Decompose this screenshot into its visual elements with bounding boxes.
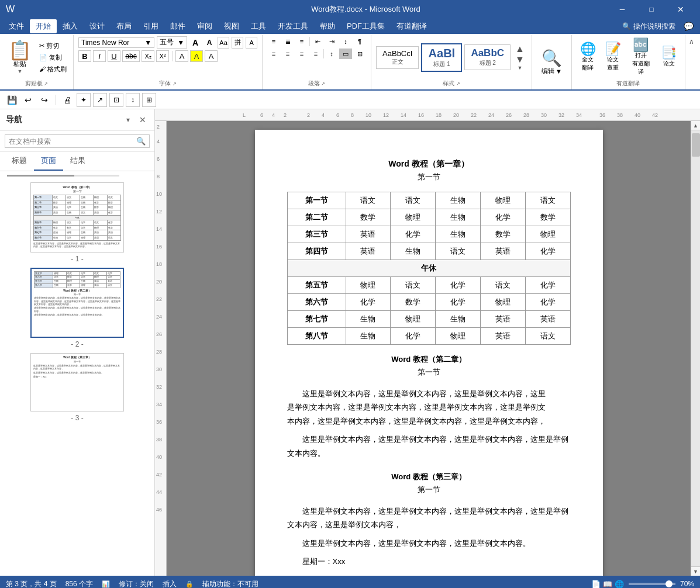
maximize-button[interactable]: □ (638, 0, 665, 19)
menu-youdao[interactable]: 有道翻译 (391, 19, 433, 33)
paper-button[interactable]: 📑 论文 (657, 36, 680, 78)
nav-search-box[interactable]: 🔍 (5, 134, 150, 148)
menu-pdf[interactable]: PDF工具集 (341, 19, 391, 33)
toolbar-btn4[interactable]: ↕ (126, 93, 140, 107)
ribbon-collapse-button[interactable]: ∧ (685, 35, 698, 48)
minimize-button[interactable]: ─ (609, 0, 636, 19)
document-scroll-area[interactable]: Word 教程（第一章） 第一节 第一节 语文 语文 生物 物理 语文 第二节 (167, 121, 691, 576)
highlight-button[interactable]: A (190, 50, 203, 62)
print-button[interactable]: 🖨 (60, 93, 74, 107)
tuyin-button[interactable]: 拼 (232, 37, 243, 49)
style-h2[interactable]: AaBbC 标题 2 (464, 44, 511, 70)
multilevel-button[interactable]: ≡ (295, 36, 308, 47)
show-marks-button[interactable]: ¶ (353, 36, 366, 47)
bullets-button[interactable]: ≡ (267, 36, 280, 47)
redo-button[interactable]: ↪ (37, 93, 51, 107)
decrease-font-button[interactable]: A (204, 37, 215, 49)
font-color2-button[interactable]: A (205, 50, 218, 62)
menu-insert[interactable]: 插入 (57, 19, 84, 33)
font-size-selector[interactable]: 五号 ▼ (157, 36, 187, 49)
nav-tab-pages[interactable]: 页面 (34, 152, 63, 171)
bold-button[interactable]: B (78, 50, 91, 62)
recheck-button[interactable]: 📝 论文查重 (602, 36, 625, 78)
scrollbar-track[interactable] (691, 130, 701, 566)
underline-button[interactable]: U (108, 50, 120, 62)
toolbar-btn2[interactable]: ↗ (93, 93, 107, 107)
document-area: L 6 4 2 2 4 6 8 10 12 14 16 18 20 22 24 … (155, 109, 700, 576)
full-translate-button[interactable]: 🌐 全文翻译 (577, 36, 599, 78)
toolbar-btn1[interactable]: ✦ (77, 93, 91, 107)
line-spacing-button[interactable]: ↕ (325, 49, 338, 59)
italic-button[interactable]: I (93, 50, 106, 62)
border-button[interactable]: ⊞ (353, 49, 366, 59)
open-youdao-button[interactable]: 🔤 打开有道翻译 (627, 36, 655, 78)
increase-indent-button[interactable]: ⇥ (325, 36, 338, 47)
menu-search[interactable]: 🔍 操作说明搜索 (618, 20, 680, 33)
quick-access-toolbar: 💾 ↩ ↪ 🖨 ✦ ↗ ⊡ ↕ ⊞ (0, 91, 700, 109)
align-center-button[interactable]: ≡ (281, 49, 294, 59)
web-layout-button[interactable]: 🌐 (615, 580, 624, 589)
vertical-scrollbar[interactable]: ▲ ▼ (691, 121, 700, 576)
strikethrough-button[interactable]: abc (122, 50, 140, 62)
nav-close-button[interactable]: ✕ (137, 114, 149, 126)
align-right-button[interactable]: ≡ (295, 49, 308, 59)
menu-layout[interactable]: 布局 (111, 19, 137, 33)
paste-button[interactable]: 📋 粘贴 ▼ (5, 36, 35, 78)
shading-button[interactable]: ▭ (339, 49, 352, 59)
style-h1[interactable]: AaBl 标题 1 (421, 43, 462, 72)
page-thumb-2[interactable]: 第五节物理语文化学语文化学 第六节化学数学化学物理化学 第七节生物物理生物英语英… (30, 268, 124, 338)
scroll-down-button[interactable]: ▼ (691, 566, 701, 576)
change-case-button[interactable]: Aa (218, 37, 229, 49)
nav-tab-results[interactable]: 结果 (63, 152, 92, 171)
menu-home[interactable]: 开始 (30, 19, 57, 33)
nav-tab-headings[interactable]: 标题 (5, 152, 34, 171)
translate-group-label: 有道翻译 (577, 78, 680, 89)
justify-button[interactable]: ≡ (309, 49, 322, 59)
copy-button[interactable]: 📄 复制 (37, 53, 68, 63)
cut-button[interactable]: ✂ 剪切 (37, 41, 68, 51)
decrease-indent-button[interactable]: ⇤ (311, 36, 324, 47)
ribbon-styles-group: AaBbCcI 正文 AaBl 标题 1 AaBbC 标题 2 ▲ ▼ ▼ 样式… (371, 35, 532, 89)
comment-icon[interactable]: 💬 (680, 20, 697, 33)
superscript-button[interactable]: X² (156, 50, 169, 62)
page-thumb-1[interactable]: Word 教程（第一章） 第一节 第一节语文语文生物物理语文 第二节数学物理生物… (30, 182, 124, 253)
toolbar-btn5[interactable]: ⊞ (142, 93, 156, 107)
editing-button[interactable]: 🔍 编辑 ▼ (537, 48, 567, 78)
save-button[interactable]: 💾 (5, 93, 19, 107)
close-button[interactable]: ✕ (667, 0, 694, 19)
reading-mode-button[interactable]: 📖 (603, 580, 612, 589)
style-normal[interactable]: AaBbCcI 正文 (376, 46, 419, 69)
zoom-slider[interactable] (629, 583, 675, 585)
font-color-button[interactable]: A (175, 50, 188, 62)
page-label-1: - 1 - (71, 255, 83, 263)
undo-button[interactable]: ↩ (21, 93, 35, 107)
menu-review[interactable]: 审阅 (191, 19, 218, 33)
nav-expand-button[interactable]: ▾ (122, 114, 134, 126)
menu-mailings[interactable]: 邮件 (164, 19, 191, 33)
numbering-button[interactable]: ≣ (281, 36, 294, 47)
increase-font-button[interactable]: A (189, 37, 201, 49)
align-left-button[interactable]: ≡ (267, 49, 280, 59)
sort-button[interactable]: ↕ (339, 36, 352, 47)
menu-tools[interactable]: 工具 (245, 19, 272, 33)
toolbar-btn3[interactable]: ⊡ (109, 93, 123, 107)
scroll-up-button[interactable]: ▲ (691, 121, 701, 130)
menu-design[interactable]: 设计 (84, 19, 111, 33)
nav-search-input[interactable] (9, 137, 136, 146)
menu-file[interactable]: 文件 (3, 19, 30, 33)
menu-references[interactable]: 引用 (137, 19, 164, 33)
menu-view[interactable]: 视图 (218, 19, 245, 33)
clear-format-button[interactable]: A (246, 37, 257, 49)
menu-developer[interactable]: 开发工具 (272, 19, 314, 33)
format-painter-button[interactable]: 🖌 格式刷 (37, 64, 68, 74)
subscript-button[interactable]: X₂ (142, 50, 154, 62)
page-count: 第 3 页，共 4 页 (6, 579, 57, 589)
print-layout-button[interactable]: 📄 (591, 580, 601, 589)
insert-mode: 插入 (163, 579, 177, 589)
page-thumb-3[interactable]: Word 教程（第三章） 第一节 这里是举例文本内容，这里是举例文本内容，这里是… (30, 353, 124, 411)
menu-help[interactable]: 帮助 (314, 19, 341, 33)
scrollbar-thumb[interactable] (692, 133, 700, 157)
font-name-selector[interactable]: Times New Ror ▼ (78, 37, 154, 48)
nav-search-icon[interactable]: 🔍 (136, 137, 146, 146)
styles-more-button[interactable]: ▲ ▼ ▼ (513, 43, 527, 72)
